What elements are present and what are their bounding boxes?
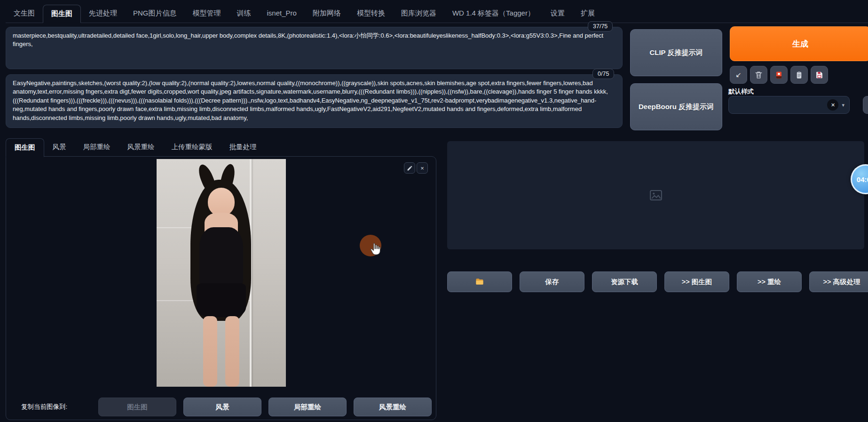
extra-networks-button[interactable] <box>770 66 788 84</box>
img2img-tab-inpaint-upload[interactable]: 上传重绘蒙版 <box>163 138 221 157</box>
chevron-down-icon[interactable]: ▾ <box>842 102 844 108</box>
trash-icon <box>754 71 763 80</box>
nav-tab-extensions[interactable]: 扩展 <box>573 5 603 23</box>
prompt-token-counter: 37/75 <box>588 21 613 32</box>
img2img-tab-img2img[interactable]: 图生图 <box>6 138 44 157</box>
nav-tab-isnet-pro[interactable]: isnet_Pro <box>259 5 305 23</box>
pencil-icon <box>407 165 413 171</box>
img2img-tab-inpaint-sketch[interactable]: 风景重绘 <box>119 138 163 157</box>
nav-tab-train[interactable]: 训练 <box>229 5 259 23</box>
output-actions: 保存 资源下载 >> 图生图 >> 重绘 >> 高级处理 <box>447 271 868 292</box>
interrogate-deepbooru-button[interactable]: DeepBooru 反推提示词 <box>630 83 722 130</box>
nav-tab-img2img[interactable]: 图生图 <box>43 5 81 23</box>
nav-tab-checkpoint-merger[interactable]: 模型管理 <box>185 5 229 23</box>
copy-to-sketch-button[interactable]: 风景 <box>183 398 261 416</box>
clipboard-icon <box>795 71 804 80</box>
download-resources-button[interactable]: 资源下载 <box>592 271 657 292</box>
figure-shorts <box>197 283 246 318</box>
image-placeholder-icon <box>649 188 663 202</box>
copy-to-label: 复制当前图像到: <box>21 403 67 411</box>
copy-to-inpaint-sketch-button[interactable]: 风景重绘 <box>354 398 432 416</box>
nav-tab-additional-networks[interactable]: 附加网络 <box>305 5 349 23</box>
close-icon: × <box>420 165 424 172</box>
folder-icon <box>475 277 484 287</box>
figure-leg-right <box>225 316 239 387</box>
generate-button[interactable]: 生成 <box>730 26 868 61</box>
clear-selection-icon[interactable]: × <box>827 99 838 111</box>
floppy-disk-icon <box>815 71 824 80</box>
nav-tab-png-info[interactable]: PNG图片信息 <box>125 5 185 23</box>
send-to-inpaint-button[interactable]: >> 重绘 <box>737 271 802 292</box>
refresh-styles-button[interactable] <box>863 96 868 114</box>
figure-leg-left <box>203 316 217 387</box>
send-to-extras-button[interactable]: >> 高级处理 <box>809 271 868 292</box>
card-icon <box>774 71 783 80</box>
img2img-tab-sketch[interactable]: 风景 <box>44 138 75 157</box>
nav-tab-txt2img[interactable]: 文生图 <box>6 5 43 23</box>
interrogate-clip-button[interactable]: CLIP 反推提示词 <box>630 29 722 76</box>
clear-prompt-button[interactable] <box>750 66 767 84</box>
output-gallery[interactable] <box>447 141 864 249</box>
save-style-button[interactable] <box>811 66 828 84</box>
save-button[interactable]: 保存 <box>520 271 584 292</box>
styles-dropdown[interactable]: × ▾ <box>728 96 850 114</box>
main-nav: 文生图 图生图 先进处理 PNG图片信息 模型管理 训练 isnet_Pro 附… <box>6 5 868 23</box>
prompt-input[interactable]: masterpiece,bestquality,ultradetailed,de… <box>6 27 623 69</box>
negative-prompt-input[interactable]: EasyNegative,paintings,sketches,(worst q… <box>6 74 623 128</box>
nav-tab-settings[interactable]: 设置 <box>543 5 573 23</box>
nav-tab-tagger[interactable]: WD 1.4 标签器（Tagger） <box>444 5 543 23</box>
apply-style-button[interactable] <box>790 66 808 84</box>
send-to-img2img-button[interactable]: >> 图生图 <box>664 271 729 292</box>
edit-image-button[interactable] <box>404 162 415 174</box>
remove-image-button[interactable]: × <box>417 162 428 174</box>
img2img-tab-inpaint[interactable]: 局部重绘 <box>75 138 119 157</box>
arrow-down-left-icon: ↙ <box>735 71 742 79</box>
figure-face <box>208 188 235 216</box>
source-image[interactable] <box>157 159 286 387</box>
copy-to-img2img-button: 图生图 <box>98 398 176 416</box>
copy-to-inpaint-button[interactable]: 局部重绘 <box>268 398 347 416</box>
open-folder-button[interactable] <box>447 271 512 292</box>
nav-tab-image-browser[interactable]: 图库浏览器 <box>393 5 444 23</box>
img2img-tab-batch[interactable]: 批量处理 <box>221 138 265 157</box>
nav-tab-model-convert[interactable]: 模型转换 <box>349 5 393 23</box>
styles-label: 默认样式 <box>728 88 754 96</box>
img2img-tabs: 图生图 风景 局部重绘 风景重绘 上传重绘蒙版 批量处理 <box>6 138 265 157</box>
negative-token-counter: 0/75 <box>592 69 614 79</box>
figure-corset <box>199 227 244 289</box>
nav-tab-extras[interactable]: 先进处理 <box>81 5 125 23</box>
read-params-button[interactable]: ↙ <box>730 66 747 84</box>
